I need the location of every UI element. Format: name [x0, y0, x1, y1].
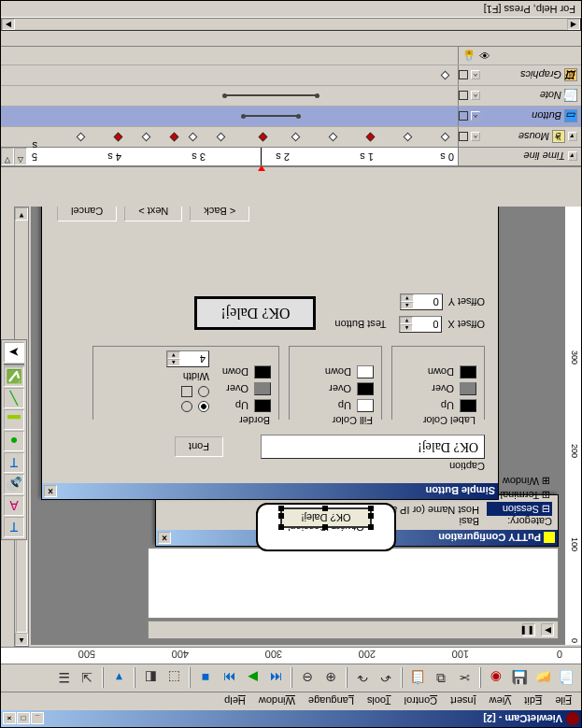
font-button[interactable]: Font: [175, 436, 223, 457]
rect-yellow-icon[interactable]: ▬: [4, 409, 24, 430]
tool-b-icon[interactable]: ◧: [139, 667, 162, 690]
menubar: File Edit View Insert Control Tools Lang…: [1, 692, 581, 710]
layer-note[interactable]: 📄Note^: [1, 85, 581, 106]
open-icon[interactable]: 📂: [532, 667, 554, 690]
tree-session[interactable]: ⊟ Session: [487, 502, 552, 516]
zoom-in-icon[interactable]: ⊕: [319, 667, 342, 690]
export-icon[interactable]: ⇲: [76, 667, 98, 690]
timeline-collapse-icon[interactable]: ▾: [568, 152, 577, 162]
border-radio-1[interactable]: [198, 401, 209, 412]
stop-icon[interactable]: ■: [194, 667, 217, 690]
back-button[interactable]: < Back: [190, 207, 249, 221]
timeline-label: Time line: [523, 151, 565, 163]
dialog-close-button[interactable]: ×: [44, 485, 57, 497]
tl-zoom-out-icon[interactable]: ▽: [1, 148, 14, 165]
label-up-swatch[interactable]: [460, 399, 476, 412]
border-up-swatch[interactable]: [254, 399, 271, 412]
offset-y-label: Offset Y: [448, 296, 485, 307]
menu-tools[interactable]: Tools: [362, 695, 397, 708]
more-icon[interactable]: ☰: [52, 667, 75, 690]
eye-icon[interactable]: 👁: [479, 50, 490, 62]
layer-button[interactable]: ▭Button^: [1, 106, 581, 126]
border-shape-round[interactable]: [181, 401, 192, 412]
button-icon: ▭: [564, 110, 577, 123]
fill-over-swatch[interactable]: [357, 382, 374, 395]
statusbar: For Help, Press [F1]: [1, 1, 581, 18]
menu-insert[interactable]: Insert: [445, 695, 482, 708]
border-down-swatch[interactable]: [254, 365, 271, 378]
menu-edit[interactable]: Edit: [518, 695, 547, 708]
app-titlebar: ViewletCam - [2] _ □ ×: [1, 710, 581, 727]
playhead[interactable]: [261, 148, 262, 165]
menu-window[interactable]: Window: [253, 695, 301, 708]
tool-a-icon[interactable]: ⬚: [163, 667, 185, 690]
test-button-label: Test Button: [334, 319, 386, 330]
simple-button-dialog: Simple Button × Caption Font Up Over Dow…: [41, 207, 499, 500]
fill-down-swatch[interactable]: [357, 365, 374, 378]
line-icon[interactable]: ╲: [4, 388, 24, 408]
test-button[interactable]: OK? Dalej!: [194, 296, 316, 330]
putty-icon: [544, 533, 555, 544]
skip-back-icon[interactable]: ⏮: [264, 667, 287, 690]
maximize-button[interactable]: □: [17, 713, 30, 725]
oval-cyan-icon[interactable]: ✅: [4, 366, 24, 387]
putty-close-button[interactable]: ×: [158, 532, 171, 544]
menu-help[interactable]: Help: [219, 695, 251, 708]
menu-file[interactable]: File: [549, 695, 577, 708]
menu-view[interactable]: View: [484, 695, 518, 708]
label-color-group: Up Over Down: [391, 346, 485, 420]
right-toolbar: T A 🔊 T ● ▬ ╲ ✅ ➤: [1, 339, 27, 540]
play-small-icon[interactable]: ▶: [541, 623, 554, 636]
oval-green-icon[interactable]: ●: [4, 431, 24, 451]
tl-zoom-in-icon[interactable]: △: [14, 148, 27, 165]
putty-category-label: Category:: [487, 516, 552, 527]
border-over-swatch[interactable]: [254, 382, 271, 395]
minimize-button[interactable]: _: [31, 713, 44, 725]
border-radio-2[interactable]: [198, 386, 209, 397]
record-icon[interactable]: ◉: [485, 667, 507, 690]
speech-ok-button[interactable]: OK? Dalej!: [280, 507, 372, 528]
play-icon[interactable]: ▶: [241, 667, 263, 690]
offset-x-label: Offset X: [447, 319, 485, 330]
next-button[interactable]: Next >: [124, 207, 182, 221]
menu-control[interactable]: Control: [399, 695, 443, 708]
timeline-ruler[interactable]: 0 s 1 s 2 s 3 s 4 s 5 s: [27, 148, 458, 165]
text-a-icon[interactable]: T: [4, 517, 24, 537]
timeline-panel: ▾Time line 0 s 1 s 2 s 3 s 4 s 5 s △ ▽ ▾…: [1, 18, 581, 167]
dialog-titlebar[interactable]: Simple Button ×: [42, 483, 498, 499]
lock-icon[interactable]: 🔒: [462, 50, 476, 62]
offset-x-input[interactable]: ▲▼: [399, 316, 442, 333]
layer-graphics[interactable]: 🖼Graphics^: [1, 64, 581, 85]
speaker-icon[interactable]: 🔊: [4, 474, 24, 494]
close-button[interactable]: ×: [3, 713, 16, 725]
text-b-icon[interactable]: A: [4, 495, 24, 516]
pointer-icon[interactable]: ➤: [4, 342, 24, 363]
skip-fwd-icon[interactable]: ⏭: [218, 667, 240, 690]
layer-mouse[interactable]: ▾🖱Mouse^: [1, 126, 581, 147]
canvas-area[interactable]: ▶ ❚❚ PuTTY Configuration × Category: ⊟ S…: [31, 207, 564, 645]
ruler-vertical: 0 100 200 300: [564, 207, 581, 645]
label-over-swatch[interactable]: [460, 382, 476, 395]
timeline-scrollbar-h[interactable]: ◀▶: [1, 18, 581, 31]
save-icon[interactable]: 💾: [508, 667, 531, 690]
label-down-swatch[interactable]: [460, 365, 476, 378]
text-blue-icon[interactable]: T: [4, 452, 24, 473]
fill-up-swatch[interactable]: [357, 399, 374, 412]
menu-language[interactable]: Language: [303, 695, 360, 708]
app-title: ViewletCam - [2]: [483, 713, 562, 724]
paste-icon[interactable]: 📋: [406, 667, 429, 690]
redo-icon[interactable]: ↷: [351, 667, 374, 690]
zoom-out-icon[interactable]: ⊖: [296, 667, 319, 690]
cut-icon[interactable]: ✂: [453, 667, 476, 690]
flag-icon[interactable]: ▾: [107, 667, 130, 690]
fill-color-group: Up Over Down: [289, 346, 382, 420]
border-width-input[interactable]: ▲▼: [166, 350, 209, 367]
offset-y-input[interactable]: ▲▼: [400, 293, 443, 310]
cancel-button[interactable]: Cancel: [57, 207, 117, 221]
pause-small-icon[interactable]: ❚❚: [522, 623, 535, 636]
new-icon[interactable]: 📄: [555, 667, 577, 690]
copy-icon[interactable]: ⧉: [430, 667, 452, 690]
caption-input[interactable]: [261, 435, 485, 459]
undo-icon[interactable]: ↶: [375, 667, 397, 690]
border-shape-rect[interactable]: [181, 386, 192, 397]
